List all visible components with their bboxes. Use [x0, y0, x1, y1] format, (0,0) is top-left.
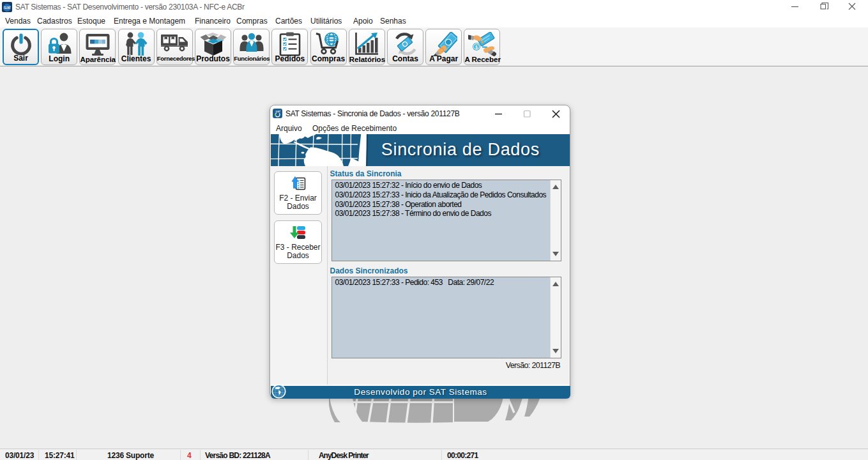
svg-text:sat: sat [275, 109, 280, 113]
svg-text:$: $ [475, 45, 478, 50]
svg-text:sat: sat [4, 4, 11, 10]
